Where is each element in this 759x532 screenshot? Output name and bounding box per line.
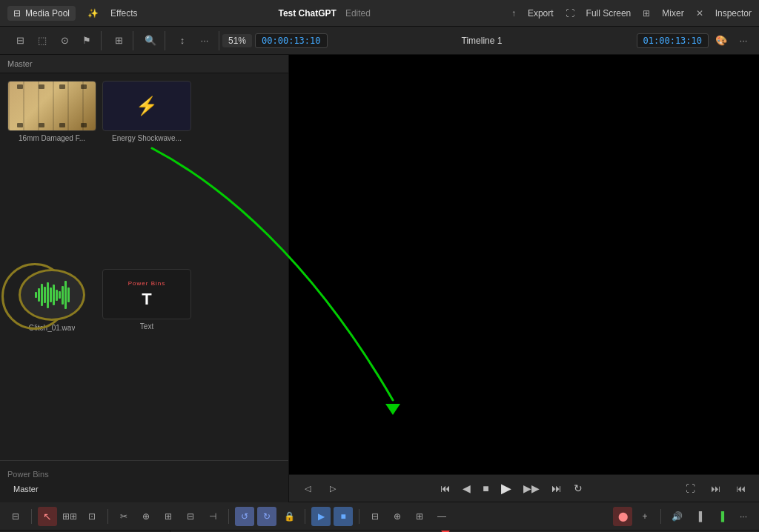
tb2-sort-btn[interactable]: ↕ <box>173 31 192 50</box>
inspector-label[interactable]: Inspector <box>715 8 752 19</box>
film-hole <box>17 123 23 127</box>
tl-zoom-reset-btn[interactable]: — <box>432 507 451 526</box>
playback-controls: ◁ ▷ ⏮ ◀ ■ ▶ ▶▶ ⏭ ↻ ⛶ ⏭ ⏮ <box>289 474 759 502</box>
film-hole <box>39 84 44 89</box>
wave-bar <box>53 285 55 305</box>
tl-select-btn[interactable]: ⊡ <box>82 507 102 526</box>
timecode-right: 01:00:13:10 <box>637 33 709 48</box>
play-btn[interactable]: ▶ <box>498 477 514 499</box>
tl-cursor-btn[interactable]: ↖ <box>38 507 57 526</box>
audio-wave-visual <box>35 280 70 310</box>
skip-to-end-btn[interactable]: ⏭ <box>548 479 565 497</box>
tb2-search-group: 🔍 <box>136 31 165 50</box>
text-type-icon: T <box>142 290 151 309</box>
film-hole <box>81 84 87 89</box>
tl-blade-group-btn[interactable]: ⊞⊞ <box>60 507 79 526</box>
tl-sep <box>107 509 108 524</box>
wave-bar <box>67 287 70 302</box>
list-item[interactable]: ⚡ Energy Shockwave... <box>102 81 191 263</box>
color-wheel-btn[interactable]: 🎨 <box>712 31 731 50</box>
tb2-link-btn[interactable]: ⊙ <box>55 31 74 50</box>
tb2-select-btn[interactable]: ⬚ <box>33 31 52 50</box>
tl-mark-in-btn[interactable]: ▶ <box>311 507 331 526</box>
left-panel: Master <box>0 55 289 502</box>
tl-replace-btn[interactable]: ⊟ <box>181 507 200 526</box>
film-thumbnail <box>7 81 96 131</box>
media-pool-icon: ⊟ <box>13 8 21 19</box>
top-nav-left: ⊟ Media Pool ✨ Effects <box>7 6 138 21</box>
list-item[interactable]: Glitch_01.wav <box>7 269 96 453</box>
media-pool-button[interactable]: ⊟ Media Pool <box>7 6 76 21</box>
tl-audio-meter-btn[interactable]: ▐ <box>689 507 709 526</box>
list-item[interactable]: 16mm Damaged F... <box>7 81 96 263</box>
wave-bar <box>56 290 58 301</box>
tl-mark-out-btn[interactable]: ■ <box>334 507 353 526</box>
inspector-icon: ✕ <box>696 8 703 19</box>
loop-btn[interactable]: ↻ <box>571 479 586 497</box>
wave-bar <box>62 286 64 305</box>
tl-close-gap-btn[interactable]: ⊣ <box>203 507 222 526</box>
tb2-flag-btn[interactable]: ⚑ <box>77 31 96 50</box>
wave-bar <box>35 292 37 298</box>
tl-sep <box>359 509 359 524</box>
stop-btn[interactable]: ■ <box>480 479 491 497</box>
preview-area <box>289 55 759 474</box>
timeline-toolbar: ⊟ ↖ ⊞⊞ ⊡ ✂ ⊕ ⊞ ⊟ ⊣ ↺ ↻ 🔒 ▶ ■ ⊟ ⊕ ⊞ — ⬤ +… <box>0 502 759 531</box>
tb2-layout-btn[interactable]: ⊟ <box>10 31 30 50</box>
export-label[interactable]: Export <box>528 8 554 19</box>
tl-cut-btn[interactable]: ✂ <box>114 507 133 526</box>
tl-redo-btn[interactable]: ↻ <box>257 507 276 526</box>
prev-frame-btn[interactable]: ▷ <box>323 479 342 498</box>
magic-effects-icon[interactable]: ✨ <box>87 8 99 19</box>
tl-zoom-in-btn[interactable]: ⊕ <box>388 507 407 526</box>
tl-insert-btn[interactable]: ⊕ <box>136 507 156 526</box>
tb2-tools-group: ⊞ <box>105 31 133 50</box>
wave-bar <box>47 282 49 308</box>
main-area: Master <box>0 55 759 502</box>
tl-monitor-btn[interactable]: ⊟ <box>6 507 25 526</box>
tl-record-btn[interactable]: ⬤ <box>613 507 632 526</box>
tb2-more2-btn[interactable]: ··· <box>734 31 753 50</box>
project-title: Test ChatGPT <box>278 8 336 19</box>
mixer-icon: ⊞ <box>643 8 650 19</box>
fullscreen-play-btn[interactable]: ⛶ <box>680 479 700 498</box>
list-item[interactable]: Power Bins T Text <box>102 269 191 453</box>
tb2-more-btn[interactable]: ··· <box>195 31 214 50</box>
tl-more-btn[interactable]: ··· <box>734 507 753 526</box>
tl-zoom-out-btn[interactable]: ⊟ <box>365 507 385 526</box>
tl-lock-btn[interactable]: 🔒 <box>279 507 299 526</box>
tl-audio-vol-btn[interactable]: 🔊 <box>667 507 686 526</box>
wave-bar <box>64 281 67 309</box>
tb2-search-btn[interactable]: 🔍 <box>141 31 160 50</box>
tl-undo-btn[interactable]: ↺ <box>235 507 254 526</box>
fullscreen-label[interactable]: Full Screen <box>586 8 632 19</box>
film-hole <box>81 123 87 127</box>
top-nav-right: ↑ Export ⛶ Full Screen ⊞ Mixer ✕ Inspect… <box>511 8 752 19</box>
prev-btn[interactable]: ◀ <box>460 479 474 497</box>
tl-zoom-fit-btn[interactable]: ⊞ <box>410 507 429 526</box>
tb2-grid-btn[interactable]: ⊞ <box>109 31 128 50</box>
playback-right: ⛶ ⏭ ⏮ <box>680 479 750 498</box>
master-label: Master <box>7 59 33 68</box>
zoom-percent[interactable]: 51% <box>222 34 252 47</box>
timecode-left: 00:00:13:10 <box>255 33 327 48</box>
tl-sep <box>228 509 229 524</box>
master-bin-label[interactable]: Master <box>7 482 281 496</box>
tl-audio-green-btn[interactable]: ▐ <box>712 507 731 526</box>
next-clip-btn[interactable]: ⏭ <box>706 479 725 498</box>
media-pool-label: Media Pool <box>25 8 70 19</box>
toolbar2: ⊟ ⬚ ⊙ ⚑ ⊞ 🔍 ↕ ··· 51% 00:00:13:10 Timeli… <box>0 27 759 55</box>
media-item-label: Text <box>140 322 153 330</box>
last-frame-btn[interactable]: ⏮ <box>731 479 750 498</box>
timeline-name: Timeline 1 <box>453 36 511 46</box>
mixer-label[interactable]: Mixer <box>662 8 683 19</box>
skip-to-start-btn[interactable]: ⏮ <box>437 479 454 497</box>
tb2-view-group: ⊟ ⬚ ⊙ ⚑ <box>6 31 102 50</box>
tl-add-btn[interactable]: + <box>635 507 654 526</box>
audio-thumbnail <box>19 269 85 321</box>
next-btn[interactable]: ▶▶ <box>520 479 543 497</box>
tl-overwrite-btn[interactable]: ⊞ <box>159 507 178 526</box>
media-item-label: Energy Shockwave... <box>112 134 182 142</box>
skip-back-btn[interactable]: ◁ <box>298 479 317 498</box>
effects-label[interactable]: Effects <box>110 8 137 19</box>
